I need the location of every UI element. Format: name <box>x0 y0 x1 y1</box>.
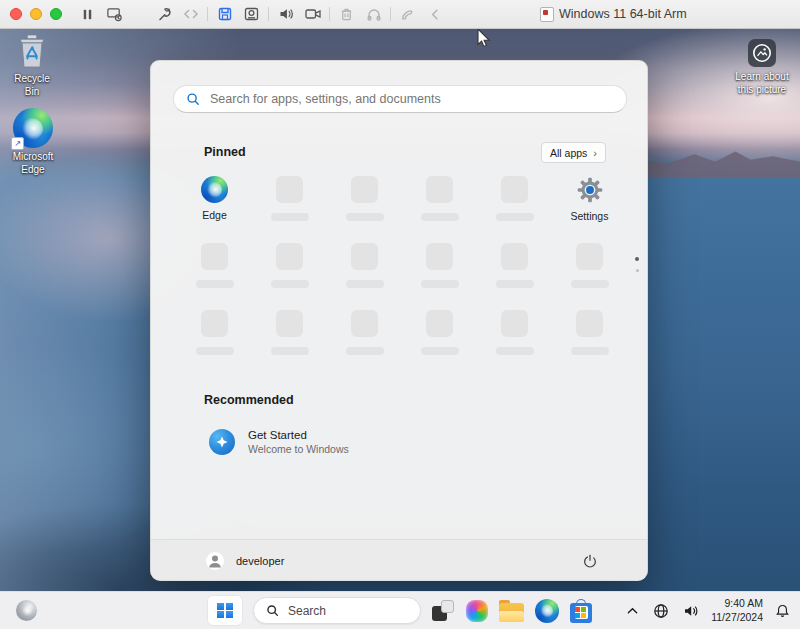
pinned-placeholder <box>402 307 477 374</box>
pinned-page-indicator[interactable] <box>635 257 639 272</box>
chevron-right-icon: › <box>593 147 597 159</box>
taskbar: Search <box>0 591 800 629</box>
notification-center-button[interactable] <box>773 601 792 620</box>
recycle-bin-icon <box>15 32 49 70</box>
trash-icon <box>339 7 354 22</box>
network-button[interactable] <box>651 601 671 621</box>
hidden-icons-button[interactable] <box>624 603 641 619</box>
snapshots-button[interactable] <box>101 3 128 25</box>
start-button[interactable] <box>208 596 242 625</box>
start-menu-search-box[interactable] <box>173 85 627 113</box>
traffic-lights <box>0 8 74 20</box>
edge-app-label: Edge <box>202 209 227 221</box>
start-menu: Pinned All apps › Edge <box>150 60 648 580</box>
drive-icon <box>243 6 260 22</box>
pause-vm-button[interactable] <box>74 3 101 25</box>
desktop-icon-learn-about-picture[interactable]: Learn about this picture <box>729 38 795 96</box>
task-view-button[interactable] <box>432 599 455 622</box>
desktop-icon-microsoft-edge[interactable]: ↗ Microsoft Edge <box>8 108 58 176</box>
get-started-title: Get Started <box>248 429 349 441</box>
notifications-bell-icon <box>775 603 790 618</box>
file-explorer-button[interactable] <box>499 603 524 622</box>
power-icon <box>582 553 598 569</box>
wallpaper-mountains <box>630 144 800 178</box>
edge-taskbar-button[interactable] <box>535 599 559 623</box>
windows-desktop: Recycle Bin ↗ Microsoft Edge Learn about… <box>0 28 800 592</box>
call-button[interactable] <box>394 3 421 25</box>
pinned-placeholder <box>327 240 402 307</box>
shortcut-arrow-icon: ↗ <box>11 137 24 150</box>
recommended-section-title: Recommended <box>204 393 294 407</box>
get-started-subtitle: Welcome to Windows <box>248 443 349 455</box>
volume-icon <box>683 603 699 619</box>
camera-button[interactable] <box>299 3 326 25</box>
tray-time: 9:40 AM <box>711 597 763 611</box>
console-button[interactable] <box>177 3 204 25</box>
disk-icon <box>217 6 233 22</box>
audio-device-button[interactable] <box>360 3 387 25</box>
all-apps-label: All apps <box>550 147 587 159</box>
chevron-left-icon <box>429 8 441 21</box>
window-title-text: Windows 11 64-bit Arm <box>559 7 687 21</box>
sound-button[interactable] <box>272 3 299 25</box>
copilot-button[interactable] <box>466 600 488 622</box>
microsoft-store-button[interactable] <box>570 603 592 623</box>
all-apps-button[interactable]: All apps › <box>541 142 606 163</box>
page-dot[interactable] <box>636 269 639 272</box>
close-window-button[interactable] <box>10 8 22 20</box>
settings-gear-icon <box>576 176 604 204</box>
pause-icon <box>80 7 95 22</box>
settings-app-label: Settings <box>571 210 609 222</box>
search-input[interactable] <box>208 91 614 107</box>
learn-about-picture-label: Learn about this picture <box>731 71 793 96</box>
pinned-placeholder <box>252 240 327 307</box>
pinned-placeholder <box>477 173 552 240</box>
widgets-button[interactable] <box>16 600 37 621</box>
recommended-get-started[interactable]: Get Started Welcome to Windows <box>199 423 359 461</box>
picture-info-icon <box>747 38 777 68</box>
pinned-placeholder <box>327 307 402 374</box>
settings-wrench-button[interactable] <box>150 3 177 25</box>
pinned-placeholder <box>252 307 327 374</box>
edge-desktop-label: Microsoft Edge <box>5 151 61 176</box>
user-name-label: developer <box>236 555 284 567</box>
vm-window-titlebar: Windows 11 64-bit Arm <box>0 0 800 29</box>
recycle-bin-label: Recycle Bin <box>6 73 58 98</box>
hard-disk-button[interactable] <box>211 3 238 25</box>
user-account-button[interactable]: developer <box>206 552 284 570</box>
pinned-placeholder <box>402 173 477 240</box>
usb-button[interactable] <box>333 3 360 25</box>
pinned-placeholder <box>327 173 402 240</box>
pinned-placeholder <box>552 307 627 374</box>
minimize-window-button[interactable] <box>30 8 42 20</box>
headphones-icon <box>366 7 382 22</box>
pinned-placeholder <box>552 240 627 307</box>
page-dot-active[interactable] <box>635 257 639 261</box>
speaker-icon <box>278 6 294 22</box>
pinned-app-edge[interactable]: Edge <box>177 173 252 240</box>
zoom-window-button[interactable] <box>50 8 62 20</box>
pinned-placeholder <box>477 307 552 374</box>
camera-icon <box>304 7 322 21</box>
volume-button[interactable] <box>681 601 701 621</box>
collapse-toolbar-button[interactable] <box>421 3 448 25</box>
taskbar-search-label: Search <box>288 604 326 618</box>
cd-drive-button[interactable] <box>238 3 265 25</box>
wrench-icon <box>156 6 172 22</box>
taskbar-search-box[interactable]: Search <box>253 597 421 624</box>
pinned-apps-grid: Edge <box>177 173 627 374</box>
network-globe-icon <box>653 603 669 619</box>
code-icon <box>183 7 199 21</box>
snapshot-icon <box>106 6 123 22</box>
system-tray: 9:40 AM 11/27/2024 <box>624 592 792 629</box>
taskbar-center-icons: Search <box>208 592 592 629</box>
desktop-icon-recycle-bin[interactable]: Recycle Bin <box>6 32 58 98</box>
vm-document-icon <box>540 7 554 22</box>
tray-date: 11/27/2024 <box>711 611 763 625</box>
power-button[interactable] <box>577 548 603 574</box>
get-started-icon <box>209 429 235 455</box>
search-icon <box>186 92 200 106</box>
search-icon <box>266 604 279 617</box>
clock[interactable]: 9:40 AM 11/27/2024 <box>711 597 763 624</box>
pinned-app-settings[interactable]: Settings <box>552 173 627 240</box>
